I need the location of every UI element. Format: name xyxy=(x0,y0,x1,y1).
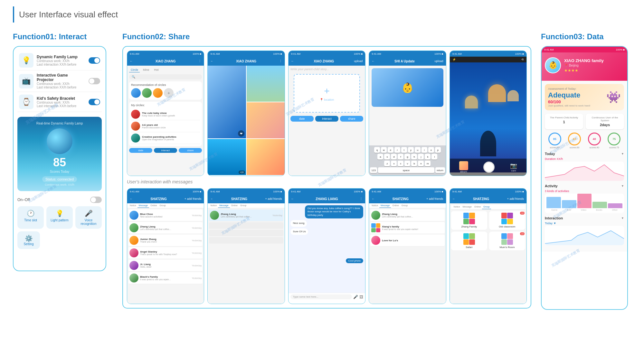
today-dropdown[interactable]: ▼ xyxy=(621,152,624,155)
tab-notice[interactable]: Notice xyxy=(128,203,137,208)
cam-flash[interactable]: ⚡ xyxy=(452,58,456,61)
menu-btn-b3[interactable]: ⋮ xyxy=(360,197,363,200)
msg-item-6[interactable]: Black's Family It was great to see you a… xyxy=(128,272,203,284)
key-v[interactable]: v xyxy=(404,161,410,166)
key-r[interactable]: r xyxy=(394,147,400,153)
cam-switch[interactable]: ⟲ xyxy=(521,58,524,61)
upload-btn[interactable]: upload xyxy=(354,60,363,63)
photo-bottom-2[interactable] xyxy=(247,139,285,175)
key-j[interactable]: j xyxy=(418,154,424,160)
chat-input[interactable]: Type some text here... xyxy=(290,294,352,299)
back-btn-b2[interactable]: ← xyxy=(210,197,213,200)
circle-item-2[interactable]: 4-6 years old Parent discussion circle xyxy=(131,120,200,132)
circle-avatar-add[interactable]: + xyxy=(164,88,174,98)
cam-album[interactable]: album xyxy=(459,161,468,173)
key-i[interactable]: i xyxy=(421,147,427,153)
key-h[interactable]: h xyxy=(411,154,417,160)
action-interact[interactable]: interact xyxy=(154,148,177,153)
tab-online-5[interactable]: Online xyxy=(473,205,482,209)
key-t[interactable]: t xyxy=(401,147,407,153)
key-y[interactable]: y xyxy=(408,147,414,153)
tab-notice-2[interactable]: Notice xyxy=(209,203,218,208)
circle-avatar-3[interactable] xyxy=(153,88,163,98)
add-friends-b1[interactable]: + add friends xyxy=(185,197,201,200)
upload-area[interactable]: + 📍 location xyxy=(294,74,360,113)
msg-item-4[interactable]: Angel Stanley That's great! Is he with T… xyxy=(128,247,203,259)
key-123[interactable]: 123 xyxy=(370,167,377,173)
key-u[interactable]: u xyxy=(415,147,421,153)
device-item-lamp[interactable]: 💡 Dynamic Family Lamp Continuous work: X… xyxy=(17,51,102,70)
tab-group-5[interactable]: Group xyxy=(482,205,491,209)
interaction-dropdown[interactable]: ▼ xyxy=(621,217,624,220)
key-o[interactable]: o xyxy=(428,147,434,153)
group-msg-3[interactable]: Love for Lu's xyxy=(370,235,444,246)
group-card-1[interactable]: Zhang Family xyxy=(451,211,487,230)
mic-icon[interactable]: 🎤 xyxy=(353,295,358,299)
tab-notice-5[interactable]: Notice xyxy=(452,205,461,209)
menu-btn-1[interactable]: ⋮ xyxy=(198,60,201,63)
tab-group-2[interactable]: Group xyxy=(239,203,248,208)
back-btn-4[interactable]: ← xyxy=(372,60,374,63)
tab-mine[interactable]: Mine xyxy=(141,68,151,72)
add-friends-b5[interactable]: + add friends xyxy=(507,197,524,200)
photo-bottom-1[interactable]: +20 xyxy=(208,139,246,175)
act-date[interactable]: date xyxy=(290,116,314,122)
toggle-bracelet[interactable] xyxy=(89,99,100,105)
group-card-3[interactable]: Safari xyxy=(451,232,487,250)
device-item-bracelet[interactable]: ⌚ Kid's Safety Bracelet Continuous work:… xyxy=(17,92,102,112)
tab-group[interactable]: Group xyxy=(158,203,167,208)
upload-btn-4[interactable]: upload xyxy=(435,60,443,63)
msg-item-1[interactable]: Blue Choo New autumn activities! Yesterd… xyxy=(128,209,203,221)
tab-message-4[interactable]: Message xyxy=(379,203,391,208)
quick-action-voice[interactable]: 🎤 Voice recognition xyxy=(75,206,102,229)
key-w[interactable]: w xyxy=(381,147,387,153)
back-btn-b3[interactable]: ← xyxy=(291,197,294,200)
act-interact[interactable]: interact xyxy=(315,116,338,122)
circle-item-3[interactable]: Creative parenting activities Open the i… xyxy=(131,132,200,144)
search-bar-1[interactable]: 🔍 xyxy=(129,74,202,79)
key-x[interactable]: x xyxy=(391,161,397,166)
circle-avatar-1[interactable] xyxy=(131,88,141,98)
msg-item-3[interactable]: Junior Zhang Thank you mom! Yesterday xyxy=(128,235,203,246)
toggle-projector[interactable] xyxy=(89,78,100,84)
menu-btn-2[interactable]: ⋮ xyxy=(279,60,282,63)
back-btn-2[interactable]: ← xyxy=(210,60,213,63)
key-c[interactable]: c xyxy=(398,161,403,166)
action-date[interactable]: date xyxy=(129,148,152,153)
key-p[interactable]: p xyxy=(435,147,441,153)
key-a[interactable]: a xyxy=(377,154,383,160)
activity-dropdown[interactable]: ▼ xyxy=(621,184,624,188)
tab-hot[interactable]: Hot xyxy=(153,68,160,72)
photo-small-1[interactable] xyxy=(247,66,285,102)
tab-online-2[interactable]: Online xyxy=(230,203,239,208)
photo-small-2[interactable] xyxy=(247,102,285,138)
add-friends-b2[interactable]: + add friends xyxy=(265,197,282,200)
key-space[interactable]: space xyxy=(378,167,434,173)
key-g[interactable]: g xyxy=(404,154,410,160)
tab-circle[interactable]: Circle xyxy=(129,68,140,72)
tab-group-4[interactable]: Group xyxy=(400,203,409,208)
device-item-projector[interactable]: 📺 Interactive Game Projector Continuous … xyxy=(17,70,102,92)
cam-mode[interactable]: 📷 cam xyxy=(510,162,517,172)
key-m[interactable]: m xyxy=(425,161,431,166)
key-l[interactable]: l xyxy=(431,154,437,160)
add-friends-b4[interactable]: + add friends xyxy=(426,197,443,200)
circle-item-1[interactable]: The cute baby show Keep track of each ch… xyxy=(131,108,200,120)
key-z[interactable]: z xyxy=(384,161,390,166)
key-d[interactable]: d xyxy=(391,154,397,160)
key-k[interactable]: k xyxy=(425,154,431,160)
group-msg-1[interactable]: Zhang Liang Let's definitely get that co… xyxy=(370,209,444,221)
circle-avatar-2[interactable] xyxy=(142,88,152,98)
tab-message[interactable]: Message xyxy=(137,203,149,208)
tab-notice-4[interactable]: Notice xyxy=(370,203,379,208)
group-card-4[interactable]: Mum's Room 10 xyxy=(489,232,525,250)
key-b[interactable]: b xyxy=(411,161,417,166)
quick-action-light[interactable]: 💡 Light pattern xyxy=(46,206,73,229)
toggle-lamp[interactable] xyxy=(89,57,100,64)
tab-msg-5[interactable]: Message xyxy=(461,205,473,209)
main-toggle[interactable] xyxy=(90,197,102,203)
image-icon[interactable]: 🖼 xyxy=(359,295,363,299)
group-msg-2[interactable]: Xiang's family It was great to see you a… xyxy=(370,222,444,234)
tab-online-4[interactable]: Online xyxy=(391,203,400,208)
key-n[interactable]: n xyxy=(418,161,424,166)
